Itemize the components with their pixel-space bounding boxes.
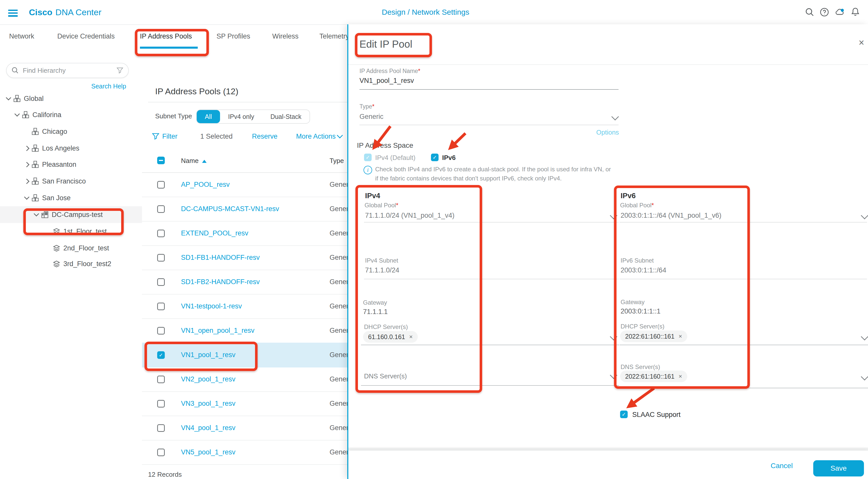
tab-device-credentials[interactable]: Device Credentials <box>57 24 115 48</box>
tab-telemetry[interactable]: Telemetry <box>319 24 349 48</box>
pool-name-link[interactable]: SD1-FB2-HANDOFF-resv <box>181 278 260 286</box>
ipv6-checkbox[interactable]: ✓ <box>431 154 439 161</box>
chevron-down-icon[interactable] <box>861 212 868 220</box>
tree-item-pleasanton[interactable]: Pleasanton <box>0 156 142 173</box>
segment-ipv4-only[interactable]: IPv4 only <box>220 110 262 123</box>
table-row[interactable]: VN3_pool_1_resv Generic <box>142 391 347 416</box>
tree-item-califorina[interactable]: Califorina <box>0 106 142 123</box>
tab-sp-profiles[interactable]: SP Profiles <box>216 24 250 48</box>
remove-icon[interactable]: × <box>679 333 682 340</box>
table-row[interactable]: VN2_pool_1_resv Generic <box>142 367 347 392</box>
ipv6-dhcp-chip[interactable]: 2022:61:160::161× <box>620 330 687 342</box>
table-row[interactable]: VN1-testpool-1-resv Generic <box>142 294 347 319</box>
tree-item-1st-floor-test[interactable]: 1st_Floor_test <box>0 223 142 240</box>
tree-item-2nd-floor-test[interactable]: 2nd_Floor_test <box>0 240 142 256</box>
table-row[interactable]: VN1_open_pool_1_resv Generic <box>142 318 347 343</box>
cancel-button[interactable]: Cancel <box>768 461 796 470</box>
breadcrumb[interactable]: Design / Network Settings <box>382 8 469 17</box>
pool-name-link[interactable]: VN4_pool_1_resv <box>181 424 236 432</box>
pool-name-link[interactable]: VN5_pool_1_resv <box>181 448 236 456</box>
table-row[interactable]: DC-CAMPUS-MCAST-VN1-resv Generic <box>142 197 347 222</box>
pool-name-link[interactable]: VN1-testpool-1-resv <box>181 302 242 310</box>
row-checkbox[interactable] <box>157 376 165 383</box>
tree-item-3rd-floor-test2[interactable]: 3rd_Floor_test2 <box>0 255 142 272</box>
chevron-down-icon[interactable] <box>610 212 618 220</box>
row-checkbox[interactable] <box>157 302 165 310</box>
pool-name-link[interactable]: AP_POOL_resv <box>181 181 230 189</box>
tree-item-los-angeles[interactable]: Los Angeles <box>0 140 142 157</box>
cloud-status-icon[interactable] <box>835 8 845 17</box>
chevron-right-icon[interactable] <box>23 161 30 168</box>
chevron-down-icon[interactable] <box>33 211 39 218</box>
notifications-bell-icon[interactable] <box>851 7 860 17</box>
chevron-down-icon[interactable] <box>610 372 618 379</box>
ipv4-dhcp-chip[interactable]: 61.160.0.161× <box>363 331 418 343</box>
tab-network[interactable]: Network <box>9 24 34 48</box>
ipv4-default-checkbox[interactable]: ✓ <box>364 154 372 161</box>
table-row[interactable]: EXTEND_POOL_resv Generic <box>142 221 347 246</box>
table-row[interactable]: AP_POOL_resv Generic <box>142 172 347 197</box>
ipv4-subnet-value[interactable]: 71.1.1.0/24 <box>365 266 399 274</box>
segment-all[interactable]: All <box>197 110 220 123</box>
tab-wireless[interactable]: Wireless <box>272 24 299 48</box>
chevron-down-icon[interactable] <box>14 111 20 118</box>
ipv4-global-pool-select[interactable]: 71.1.1.0/24 (VN1_pool_1_v4) <box>365 212 455 220</box>
search-icon[interactable] <box>805 8 814 17</box>
tree-item-dc-campus-test[interactable]: DC-Campus-test <box>0 206 142 223</box>
tree-item-san-jose[interactable]: San Jose <box>0 190 142 206</box>
column-header-type[interactable]: Type <box>330 157 344 165</box>
row-checkbox[interactable] <box>157 205 165 213</box>
segment-dual-stack[interactable]: Dual-Stack <box>262 110 310 123</box>
tab-ip-address-pools[interactable]: IP Address Pools <box>140 24 192 48</box>
chevron-down-icon[interactable] <box>610 333 618 341</box>
row-checkbox[interactable] <box>157 181 165 189</box>
table-row-selected[interactable]: ✓ VN1_pool_1_resv Generic <box>142 343 347 368</box>
remove-icon[interactable]: × <box>679 373 682 380</box>
table-row[interactable]: SD1-FB2-HANDOFF-resv Generic <box>142 270 347 294</box>
table-row[interactable]: VN4_pool_1_resv Generic <box>142 416 347 441</box>
row-checkbox[interactable] <box>157 327 165 334</box>
row-checkbox[interactable] <box>157 400 165 408</box>
ipv6-subnet-value[interactable]: 2003:0:1:1::/64 <box>621 266 666 274</box>
remove-icon[interactable]: × <box>409 333 413 340</box>
pool-name-link[interactable]: DC-CAMPUS-MCAST-VN1-resv <box>181 205 279 213</box>
column-header-name[interactable]: Name <box>181 157 207 165</box>
filter-button[interactable]: Filter <box>162 132 178 140</box>
row-checkbox[interactable] <box>157 424 165 432</box>
ipv6-gateway-value[interactable]: 2003:0:1:1::1 <box>621 308 661 315</box>
table-row[interactable]: VN5_pool_1_resv Generic <box>142 440 347 465</box>
help-icon[interactable] <box>820 8 829 17</box>
close-icon[interactable]: × <box>855 36 867 49</box>
tree-item-global[interactable]: Global <box>0 90 142 107</box>
pool-name-input[interactable]: VN1_pool_1_resv <box>360 77 414 85</box>
select-all-checkbox[interactable] <box>157 157 165 164</box>
row-checkbox[interactable] <box>157 254 165 261</box>
hamburger-menu-icon[interactable] <box>8 8 18 18</box>
pool-name-link[interactable]: VN1_open_pool_1_resv <box>181 327 254 334</box>
app-logo[interactable]: CiscoDNA Center <box>29 7 101 17</box>
filter-funnel-icon[interactable] <box>117 67 123 74</box>
pool-name-link[interactable]: VN2_pool_1_resv <box>181 375 236 383</box>
chevron-down-icon[interactable] <box>861 333 868 341</box>
options-link[interactable]: Options <box>596 128 619 136</box>
type-select[interactable]: Generic <box>360 113 383 121</box>
chevron-down-icon[interactable] <box>612 113 619 121</box>
filter-funnel-icon[interactable] <box>152 133 159 140</box>
find-hierarchy-search[interactable]: Find Hierarchy <box>6 63 129 78</box>
chevron-down-icon[interactable] <box>5 95 12 102</box>
tree-item-san-francisco[interactable]: San Francisco <box>0 173 142 190</box>
ipv4-gateway-value[interactable]: 71.1.1.1 <box>363 308 388 316</box>
pool-name-link[interactable]: EXTEND_POOL_resv <box>181 229 248 237</box>
table-row[interactable]: SD1-FB1-HANDOFF-resv Generic <box>142 245 347 270</box>
pool-name-link[interactable]: VN3_pool_1_resv <box>181 400 236 408</box>
row-checkbox[interactable] <box>157 230 165 237</box>
chevron-right-icon[interactable] <box>23 145 30 152</box>
row-checkbox[interactable] <box>157 449 165 456</box>
tree-item-chicago[interactable]: Chicago <box>0 123 142 140</box>
row-checkbox-checked[interactable]: ✓ <box>157 351 165 359</box>
save-button[interactable]: Save <box>813 460 864 476</box>
more-actions-button[interactable]: More Actions <box>296 132 342 140</box>
ipv6-global-pool-select[interactable]: 2003:0:1:1::/64 (VN1_pool_1_v6) <box>621 212 721 220</box>
chevron-down-icon[interactable] <box>23 195 30 201</box>
pool-name-link[interactable]: SD1-FB1-HANDOFF-resv <box>181 254 260 261</box>
